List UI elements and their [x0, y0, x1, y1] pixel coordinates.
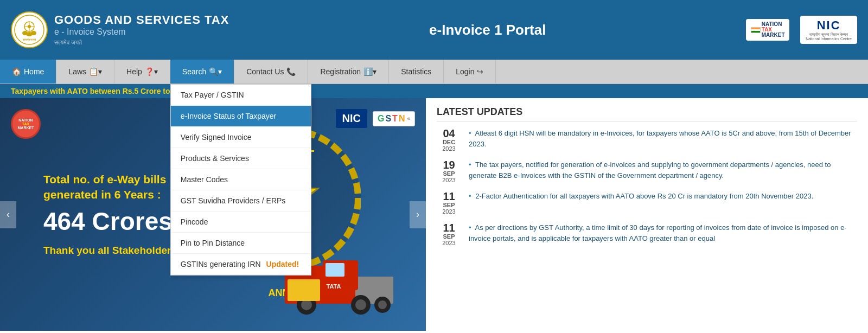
update-date-1: 19 SEP 2023: [437, 159, 461, 183]
main-content: ‹ NATION TAX MARKET NIC GSTN « Total no.…: [0, 98, 868, 331]
update-text-2: • 2-Factor Authentication for all taxpay…: [469, 191, 813, 202]
svg-text:सत्यमेव जयते: सत्यमेव जयते: [22, 38, 36, 41]
svg-point-24: [378, 300, 387, 309]
nation-tax-badge: NATION TAX MARKET: [11, 109, 41, 139]
carousel-line1: Total no. of e-Way bills: [43, 173, 177, 186]
header: सत्यमेव जयते GOODS AND SERVICES TAX e - …: [0, 0, 868, 60]
nation-tax-logo: NATION TAX MARKET: [746, 19, 789, 41]
carousel-count: 464 Crores: [43, 207, 177, 236]
nav-contact[interactable]: Contact Us 📞: [234, 60, 308, 84]
nav-help[interactable]: Help ❓▾: [114, 60, 170, 84]
svg-rect-18: [326, 263, 344, 277]
nav-laws[interactable]: Laws 📋▾: [56, 60, 114, 84]
update-text-1: • The tax payers, notified for generatio…: [469, 159, 857, 181]
nic-logo: NIC राष्ट्रीय सूचना विज्ञान केन्द्रNatio…: [800, 16, 857, 44]
dropdown-gst-suvidha[interactable]: GST Suvidha Providers / ERPs: [171, 190, 311, 212]
dropdown-taxpayer-gstin[interactable]: Tax Payer / GSTIN: [171, 85, 311, 106]
login-icon: ↪: [477, 67, 483, 76]
ticker: Taxpayers with AATO between Rs.5 Crore t…: [0, 84, 868, 98]
update-text-3: • As per directions by GST Authority, a …: [469, 222, 857, 244]
nav-registration[interactable]: Registration ℹ️▾: [308, 60, 389, 84]
nav-home[interactable]: 🏠 Home: [0, 60, 56, 84]
phone-icon: 📞: [286, 67, 296, 76]
nav-statistics[interactable]: Statistics: [389, 60, 444, 84]
nav-login[interactable]: Login ↪: [444, 60, 496, 84]
updates-panel: LATEST UPDATES 04 DEC 2023 • Atleast 6 d…: [426, 98, 868, 331]
update-item-0: 04 DEC 2023 • Atleast 6 digit HSN will b…: [437, 128, 857, 152]
update-date-0: 04 DEC 2023: [437, 128, 461, 152]
dropdown-verify-signed[interactable]: Verify Signed Invoice: [171, 127, 311, 148]
header-title: GOODS AND SERVICES TAX e - Invoice Syste…: [54, 13, 229, 47]
svg-rect-26: [288, 279, 320, 301]
update-date-3: 11 SEP 2023: [437, 222, 461, 246]
portal-title: e-Invoice 1 Portal: [229, 22, 746, 39]
update-item-3: 11 SEP 2023 • As per directions by GST A…: [437, 222, 857, 246]
svg-point-4: [28, 25, 31, 28]
laws-icon: 📋▾: [89, 67, 102, 76]
updated-badge: Updated!: [266, 260, 299, 268]
update-text-0: • Atleast 6 digit HSN will be mandatory …: [469, 128, 857, 149]
header-logo: सत्यमेव जयते GOODS AND SERVICES TAX e - …: [11, 11, 229, 48]
search-icon: 🔍▾: [209, 67, 222, 76]
carousel-footer: Thank you all Stakeholders: [43, 245, 177, 257]
dropdown-pin-distance[interactable]: Pin to Pin Distance: [171, 233, 311, 254]
dropdown-einvoice-status[interactable]: e-Invoice Status of Taxpayer: [171, 106, 311, 127]
svg-point-22: [355, 299, 366, 310]
search-dropdown: Tax Payer / GSTIN e-Invoice Status of Ta…: [170, 84, 311, 276]
system-name: e - Invoice System: [54, 27, 229, 37]
home-icon: 🏠: [12, 67, 21, 76]
svg-text:TATA: TATA: [327, 283, 341, 290]
satyamev-text: सत्यमेव जयते: [54, 39, 82, 46]
carousel-content: Total no. of e-Way bills generated in 6 …: [43, 173, 177, 257]
nav-search[interactable]: Search 🔍▾ Tax Payer / GSTIN e-Invoice St…: [170, 60, 234, 84]
dropdown-master-codes[interactable]: Master Codes: [171, 169, 311, 190]
dropdown-gstins-irn[interactable]: GSTINs generating IRN Updated!: [171, 254, 311, 275]
update-item-2: 11 SEP 2023 • 2-Factor Authentication fo…: [437, 191, 857, 215]
dropdown-pincode[interactable]: Pincode: [171, 212, 311, 233]
dropdown-products-services[interactable]: Products & Services: [171, 148, 311, 169]
india-emblem: सत्यमेव जयते: [11, 11, 48, 48]
navbar: 🏠 Home Laws 📋▾ Help ❓▾ Search 🔍▾ Tax Pay…: [0, 60, 868, 84]
registration-icon: ℹ️▾: [363, 67, 376, 76]
org-name: GOODS AND SERVICES TAX: [54, 13, 229, 27]
carousel-next[interactable]: ›: [410, 201, 426, 228]
header-logos: NATION TAX MARKET NIC राष्ट्रीय सूचना वि…: [746, 16, 857, 44]
carousel-line2: generated in 6 Years :: [43, 188, 177, 201]
updates-title: LATEST UPDATES: [437, 106, 857, 121]
update-date-2: 11 SEP 2023: [437, 191, 461, 215]
carousel-prev[interactable]: ‹: [0, 201, 16, 228]
help-icon: ❓▾: [145, 67, 158, 76]
svg-point-7: [26, 32, 33, 36]
update-item-1: 19 SEP 2023 • The tax payers, notified f…: [437, 159, 857, 183]
